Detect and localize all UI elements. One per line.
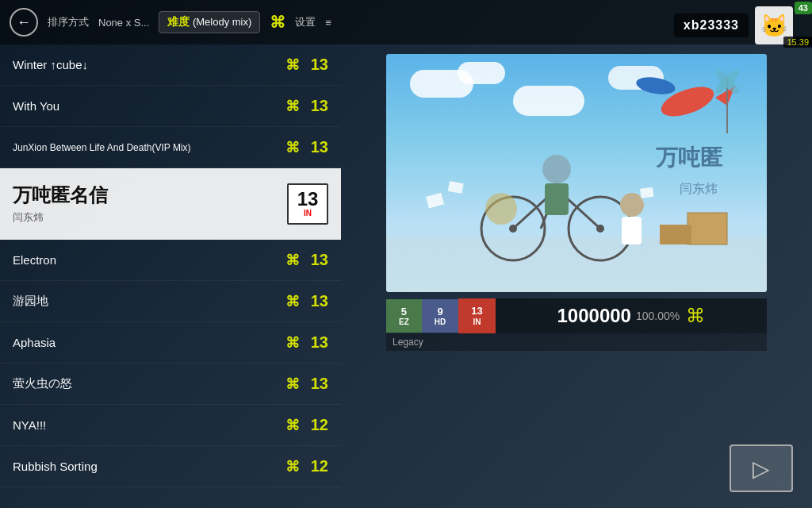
song-item[interactable]: 游园地 ⌘ 13 xyxy=(0,281,341,322)
svg-rect-19 xyxy=(688,213,727,244)
difficulty-score-row: 5 EZ 9 HD 13 IN 1000000 100.00% ⌘ xyxy=(386,298,767,333)
artwork-scene: 万吨匿 闫东炜 xyxy=(386,54,767,292)
level-badge: 43 xyxy=(795,2,812,14)
rating: 15.39 xyxy=(783,37,812,48)
svg-rect-11 xyxy=(622,217,642,244)
diff-in-button[interactable]: 13 IN xyxy=(458,298,495,333)
difficulty-selector[interactable]: 难度 (Melody mix) xyxy=(159,11,260,33)
svg-rect-23 xyxy=(640,187,654,198)
song-title: Aphasia xyxy=(13,336,285,349)
song-level: 12 xyxy=(306,416,328,434)
play-button[interactable]: ▷ xyxy=(730,444,793,492)
song-title: NYA!!! xyxy=(13,418,285,432)
diff-in-label: IN xyxy=(473,318,481,327)
svg-point-12 xyxy=(485,193,517,225)
song-diff-icon: ⌘ xyxy=(285,56,300,74)
diff-in-value: 13 xyxy=(471,305,482,318)
song-level: 13 xyxy=(306,251,328,269)
difficulty-label: 难度 xyxy=(167,15,190,28)
diff-hd-button[interactable]: 9 HD xyxy=(422,299,458,333)
song-level: 13 xyxy=(306,138,328,156)
song-level-box: 13 IN xyxy=(287,183,328,225)
song-title: 萤火虫の怒 xyxy=(13,376,285,391)
difficulty-value: (Melody mix) xyxy=(193,16,251,28)
artwork: 万吨匿 闫东炜 xyxy=(386,54,767,292)
song-level: 13 xyxy=(306,97,328,115)
song-diff-icon: ⌘ xyxy=(285,98,300,115)
right-panel: 万吨匿 闫东炜 5 EZ 9 HD 13 IN 1000000 100.00% … xyxy=(341,44,812,508)
song-item[interactable]: Rubbish Sorting ⌘ 12 xyxy=(0,446,341,487)
score-percent: 100.00% xyxy=(636,310,680,322)
settings-icon[interactable]: ≡ xyxy=(325,17,331,29)
song-level-tag: IN xyxy=(304,209,312,217)
song-item[interactable]: 萤火虫の怒 ⌘ 13 xyxy=(0,364,341,405)
play-icon: ▷ xyxy=(753,456,770,482)
svg-text:闫东炜: 闫东炜 xyxy=(680,182,718,195)
settings-label[interactable]: 设置 xyxy=(295,15,316,29)
diff-ez-value: 5 xyxy=(399,306,409,318)
score-icon: ⌘ xyxy=(686,305,705,327)
song-level: 12 xyxy=(306,457,328,475)
song-diff-icon: ⌘ xyxy=(285,417,300,434)
diff-hd-value: 9 xyxy=(435,306,446,318)
song-level-num: 13 xyxy=(297,190,319,209)
song-list: Winter ↑cube↓ ⌘ 13 With You ⌘ 13 JunXion… xyxy=(0,44,341,508)
song-item[interactable]: With You ⌘ 13 xyxy=(0,86,341,127)
song-title: Rubbish Sorting xyxy=(13,460,285,473)
song-level: 13 xyxy=(306,333,328,352)
legacy-label: Legacy xyxy=(386,333,767,351)
song-selected-info: 万吨匿名信 闫东炜 xyxy=(13,183,287,225)
song-level: 13 xyxy=(306,56,328,74)
song-level: 13 xyxy=(306,292,328,310)
song-item[interactable]: Aphasia ⌘ 13 xyxy=(0,322,341,364)
song-title: With You xyxy=(13,99,285,113)
svg-rect-21 xyxy=(426,193,444,209)
song-item[interactable]: Winter ↑cube↓ ⌘ 13 xyxy=(0,44,341,86)
svg-text:万吨匿: 万吨匿 xyxy=(655,145,722,170)
song-title-main: 万吨匿名信 xyxy=(13,183,287,208)
username: xb23333 xyxy=(674,13,749,37)
song-diff-icon: ⌘ xyxy=(285,334,300,352)
song-title: 游园地 xyxy=(13,294,285,309)
song-item[interactable]: NYA!!! ⌘ 12 xyxy=(0,405,341,446)
score-area: 1000000 100.00% ⌘ xyxy=(496,298,767,333)
back-button[interactable]: ← xyxy=(10,8,38,37)
avatar-box: 🐱 43 15.39 xyxy=(755,6,806,44)
avatar-emoji: 🐱 xyxy=(760,13,788,39)
song-title: Electron xyxy=(13,253,285,267)
song-subtitle: 闫东炜 xyxy=(13,210,287,225)
score-value: 1000000 xyxy=(557,305,630,327)
user-info: xb23333 🐱 43 15.39 xyxy=(674,6,806,44)
song-diff-icon: ⌘ xyxy=(285,139,300,156)
diff-ez-button[interactable]: 5 EZ xyxy=(386,299,422,333)
song-item-selected[interactable]: 万吨匿名信 闫东炜 13 IN xyxy=(0,168,341,240)
artwork-svg: 万吨匿 闫东炜 xyxy=(386,54,767,292)
song-diff-icon: ⌘ xyxy=(285,375,300,393)
svg-rect-9 xyxy=(545,183,569,215)
song-diff-icon: ⌘ xyxy=(285,458,300,475)
song-diff-icon: ⌘ xyxy=(285,252,300,269)
song-item[interactable]: JunXion Between Life And Death(VIP Mix) … xyxy=(0,127,341,168)
sort-label: 排序方式 xyxy=(48,15,89,29)
song-item[interactable]: Electron ⌘ 13 xyxy=(0,240,341,281)
svg-point-8 xyxy=(542,155,571,183)
menu-icon[interactable]: ⌘ xyxy=(270,13,285,32)
svg-rect-22 xyxy=(448,181,464,194)
song-title: JunXion Between Life And Death(VIP Mix) xyxy=(13,142,285,153)
diff-ez-label: EZ xyxy=(399,318,409,326)
svg-point-10 xyxy=(620,193,644,217)
svg-point-15 xyxy=(635,75,677,97)
diff-hd-label: HD xyxy=(435,318,446,326)
sort-value[interactable]: None x S... xyxy=(98,17,149,29)
song-level: 13 xyxy=(306,375,328,393)
song-title: Winter ↑cube↓ xyxy=(13,58,285,71)
svg-rect-20 xyxy=(660,225,691,244)
song-diff-icon: ⌘ xyxy=(285,293,300,310)
